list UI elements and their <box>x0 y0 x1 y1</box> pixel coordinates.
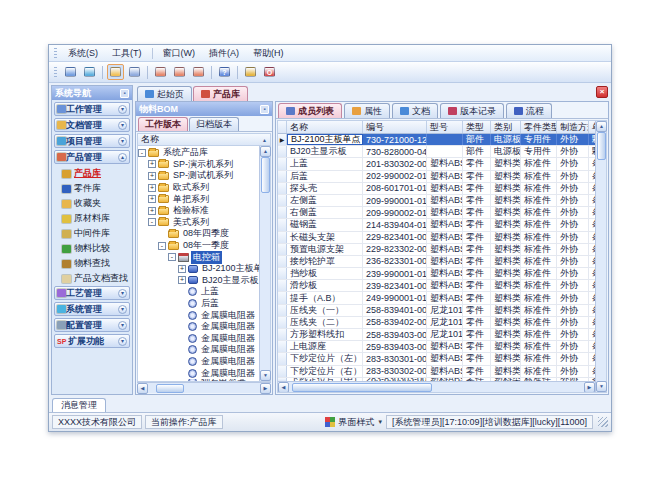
monitor-button[interactable] <box>62 64 79 80</box>
sidebar-section-系统管理[interactable]: 系统管理▾ <box>54 302 130 316</box>
tree-node-金属膜电阻器[interactable]: 金属膜电阻器 <box>138 356 259 368</box>
tree-node-独石电容器[interactable]: 独石电容器 <box>138 379 259 381</box>
expand-icon[interactable]: + <box>178 265 186 273</box>
tree-hscroll-thumb[interactable] <box>156 384 184 393</box>
sidebar-item-产品文档查找[interactable]: 产品文档查找 <box>54 271 130 286</box>
table-row[interactable]: 接纱轮护罩236-823301-00I塑料ABS零件塑料类标准件外协条 <box>278 256 595 268</box>
table-row[interactable]: 磁钢盖214-839404-01I塑料ABS零件塑料类标准件外协条 <box>278 219 595 231</box>
tree-node-后盖[interactable]: 后盖 <box>138 298 259 310</box>
toolbar-grip-handle[interactable] <box>54 67 57 78</box>
message-management-tab[interactable]: 消息管理 <box>52 398 106 412</box>
tab-成员列表[interactable]: 成员列表 <box>278 103 342 118</box>
table-row[interactable]: 提手（A.B）249-990001-01I塑料ABS零件塑料类标准件外协条 <box>278 292 595 304</box>
folder-open-button[interactable] <box>107 64 124 80</box>
table-row[interactable]: 左侧盖209-990001-01I塑料ABS零件塑料类标准件外协条 <box>278 195 595 207</box>
tree-node-08年一季度[interactable]: -08年一季度 <box>138 240 259 252</box>
column-header-名称[interactable]: 名称 <box>287 121 363 133</box>
window-layout-button[interactable] <box>126 64 143 80</box>
tab-起始页[interactable]: 起始页 <box>137 86 192 101</box>
grid-vscroll-thumb[interactable] <box>597 132 606 160</box>
table-row[interactable]: 上电源座259-839403-00I塑料ABS零件塑料类标准件外协条 <box>278 341 595 353</box>
expand-icon[interactable]: + <box>148 195 156 203</box>
chevron-down-icon[interactable]: ▾ <box>118 137 127 146</box>
scroll-left-icon[interactable]: ◀ <box>137 383 148 394</box>
tree-node-系统产品库[interactable]: -系统产品库 <box>138 147 259 159</box>
table-row[interactable]: 上盖201-830302-00I塑料ABS零件塑料类标准件外协条 <box>278 158 595 170</box>
resize-grip-handle[interactable] <box>598 417 608 427</box>
collapse-icon[interactable]: - <box>138 149 146 157</box>
column-header-类型[interactable]: 类型 <box>463 121 491 133</box>
tree-node-金属膜电阻器[interactable]: 金属膜电阻器 <box>138 344 259 356</box>
scroll-left-icon[interactable]: ◀ <box>278 382 289 392</box>
scroll-up-icon[interactable]: ▲ <box>260 146 271 157</box>
tab-版本记录[interactable]: 版本记录 <box>440 103 504 118</box>
sidebar-section-产品管理[interactable]: 产品管理▴ <box>54 150 130 164</box>
tree-node-SP-测试机系列[interactable]: +SP-测试机系列 <box>138 170 259 182</box>
table-row[interactable]: 挡纱板239-990001-01I塑料ABS零件塑料类标准件外协条 <box>278 268 595 280</box>
tree-node-08年四季度[interactable]: 08年四季度 <box>138 228 259 240</box>
sidebar-item-产品库[interactable]: 产品库 <box>54 166 130 181</box>
tab-文档[interactable]: 文档 <box>392 103 438 118</box>
tree-node-金属膜电阻器[interactable]: 金属膜电阻器 <box>138 309 259 321</box>
version-tab-归档版本[interactable]: 归档版本 <box>189 117 239 131</box>
tree-node-金属膜电阻器[interactable]: 金属膜电阻器 <box>138 321 259 333</box>
chevron-down-icon[interactable]: ▾ <box>118 321 127 330</box>
power-button[interactable]: O <box>261 64 278 80</box>
tree-node-上盖[interactable]: 上盖 <box>138 286 259 298</box>
menu-item-2[interactable]: 工具(T) <box>105 46 149 61</box>
sidebar-section-扩展功能[interactable]: SP扩展功能▾ <box>54 334 130 348</box>
sidebar-section-配置管理[interactable]: 配置管理▾ <box>54 318 130 332</box>
column-header-编号[interactable]: 编号 <box>363 121 427 133</box>
column-header-制造方式[interactable]: 制造方式 <box>557 121 589 133</box>
scroll-right-icon[interactable]: ▶ <box>260 383 271 394</box>
chevron-down-icon[interactable]: ▾ <box>118 105 127 114</box>
sidebar-item-物料查找[interactable]: 物料查找 <box>54 256 130 271</box>
menubar-grip-handle[interactable] <box>54 48 57 59</box>
table-row[interactable]: BJ20主显示板730-828000-04I部件电源板专用件外协颗 <box>278 146 595 158</box>
scroll-right-icon[interactable]: ▶ <box>584 382 595 392</box>
table-row[interactable]: 预置电源支架229-823302-00I塑料ABS零件塑料类标准件外协条 <box>278 244 595 256</box>
chevron-down-icon[interactable]: ▾ <box>118 305 127 314</box>
mail-forward-button[interactable] <box>171 64 188 80</box>
table-row[interactable]: 下纱定位片（左）283-830301-00I塑料ABS零件塑料类标准件外协条 <box>278 353 595 365</box>
pin-icon[interactable]: ▪ <box>120 89 129 98</box>
pin-icon[interactable]: ▪ <box>260 105 269 114</box>
column-header-零件类型[interactable]: 零件类型 <box>521 121 557 133</box>
globe-button[interactable] <box>81 64 98 80</box>
table-row[interactable]: ▶BJ-2100主板单点730-721000-12I部件电源板专用件外协颗 <box>278 134 595 146</box>
table-row[interactable]: 压线夹（一）258-839401-00I尼龙1010零件塑料类标准件外协条 <box>278 305 595 317</box>
collapse-icon[interactable]: - <box>158 242 166 250</box>
tree-node-BJ20主显示板[interactable]: +BJ20主显示板 <box>138 275 259 287</box>
expand-icon[interactable]: + <box>148 184 156 192</box>
grid-vertical-scrollbar[interactable]: ▲ ▼ <box>595 121 606 392</box>
tree-vertical-scrollbar[interactable]: ▲ ▼ <box>259 146 270 381</box>
table-row[interactable]: 探头壳208-601701-01I塑料ABS零件塑料类标准件外协条 <box>278 183 595 195</box>
expand-icon[interactable]: + <box>148 160 156 168</box>
tree-node-美式系列[interactable]: -美式系列 <box>138 217 259 229</box>
column-header-类别[interactable]: 类别 <box>491 121 521 133</box>
sidebar-item-收藏夹[interactable]: 收藏夹 <box>54 196 130 211</box>
tree-horizontal-scrollbar[interactable]: ◀ ▶ <box>137 382 271 393</box>
table-row[interactable]: 压线夹（二）258-839402-00I尼龙1010零件塑料类标准件外协条 <box>278 317 595 329</box>
tree-node-单把系列[interactable]: +单把系列 <box>138 193 259 205</box>
tree-vscroll-thumb[interactable] <box>261 157 270 193</box>
tree-column-header[interactable]: 名称 ▲ <box>137 133 271 146</box>
expand-icon[interactable]: + <box>178 276 186 284</box>
menu-item-5[interactable]: 帮助(H) <box>246 46 291 61</box>
menu-item-4[interactable]: 插件(A) <box>202 46 246 61</box>
sidebar-section-项目管理[interactable]: 项目管理▾ <box>54 134 130 148</box>
sidebar-item-原材料库[interactable]: 原材料库 <box>54 211 130 226</box>
mail-delete-button[interactable] <box>190 64 207 80</box>
table-row[interactable]: 长磁头支架229-823401-00I塑料ABS零件塑料类标准件外协条 <box>278 232 595 244</box>
table-row[interactable]: 右侧盖209-990002-01I塑料ABS零件塑料类标准件外协条 <box>278 207 595 219</box>
tree-node-检验标准[interactable]: +检验标准 <box>138 205 259 217</box>
tree-node-BJ-2100主板单点[interactable]: +BJ-2100主板单点 <box>138 263 259 275</box>
collapse-icon[interactable]: - <box>148 218 156 226</box>
chevron-up-icon[interactable]: ▴ <box>118 153 127 162</box>
grid-horizontal-scrollbar[interactable]: ◀ ▶ <box>278 381 595 392</box>
table-row[interactable]: 滑纱板239-823401-00I塑料ABS零件塑料类标准件外协条 <box>278 280 595 292</box>
tab-属性[interactable]: 属性 <box>344 103 390 118</box>
chevron-down-icon[interactable]: ▾ <box>118 121 127 130</box>
expand-icon[interactable]: + <box>148 172 156 180</box>
collapse-icon[interactable]: - <box>168 253 176 261</box>
